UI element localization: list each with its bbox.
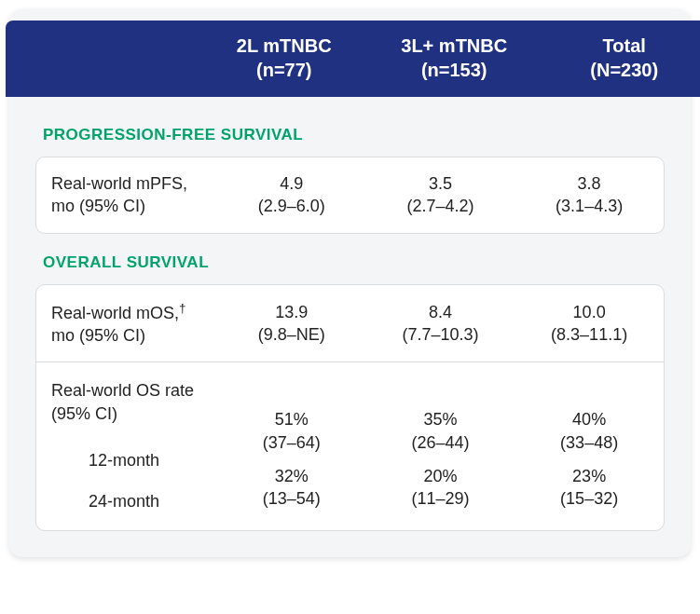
dagger-icon: † — [179, 301, 186, 315]
mpfs-total-val: 3.8 — [520, 172, 658, 195]
os-rate-2l: 51% (37–64) 32% (13–54) — [217, 367, 366, 525]
header-bar-wrap: 2L mTNBC (n=77) 3L+ mTNBC (n=153) Total … — [6, 20, 700, 97]
os-rate-3l-24mo: 20% (11–29) — [372, 465, 510, 511]
header-col-total: Total (N=230) — [539, 20, 700, 97]
header-bar: 2L mTNBC (n=77) 3L+ mTNBC (n=153) Total … — [6, 20, 700, 97]
survival-table-card: 2L mTNBC (n=77) 3L+ mTNBC (n=153) Total … — [9, 9, 691, 557]
pfs-block: Real-world mPFS, mo (95% CI) 4.9 (2.9–6.… — [35, 157, 665, 234]
mpfs-2l-val: 4.9 — [223, 172, 361, 195]
row-os-rate: Real-world OS rate (95% CI) 12-month 24-… — [36, 362, 664, 529]
os-rate-sublabels: 12-month 24-month — [51, 425, 210, 513]
os-rate-12mo-label: 12-month — [89, 430, 210, 471]
mpfs-3l: 3.5 (2.7–4.2) — [366, 157, 515, 233]
mos-2l: 13.9 (9.8–NE) — [217, 286, 366, 362]
mos-2l-ci: (9.8–NE) — [223, 323, 361, 346]
row-mpfs-label: Real-world mPFS, mo (95% CI) — [36, 157, 217, 233]
mos-2l-val: 13.9 — [223, 301, 361, 323]
row-mos-label: Real-world mOS,† mo (95% CI) — [36, 285, 217, 362]
row-mos-label-line1: Real-world mOS,† — [51, 304, 186, 322]
os-rate-label-line1: Real-world OS rate — [51, 381, 194, 400]
mpfs-3l-ci: (2.7–4.2) — [372, 195, 510, 217]
mpfs-2l: 4.9 (2.9–6.0) — [217, 157, 366, 233]
header-col3-line1: Total — [603, 35, 646, 56]
os-rate-total: 40% (33–48) 23% (15–32) — [515, 367, 664, 525]
row-os-rate-label: Real-world OS rate (95% CI) 12-month 24-… — [36, 362, 217, 529]
header-col2-line2: (n=153) — [377, 58, 532, 82]
os-rate-total-24mo: 23% (15–32) — [520, 465, 658, 511]
row-mpfs-label-line2: mo (95% CI) — [51, 195, 210, 217]
section-title-pfs: PROGRESSION-FREE SURVIVAL — [35, 106, 665, 157]
os-rate-24mo-label: 24-month — [89, 471, 210, 512]
header-col1-line2: (n=77) — [206, 58, 362, 82]
mpfs-2l-ci: (2.9–6.0) — [223, 195, 361, 217]
section-title-os: OVERALL SURVIVAL — [35, 234, 665, 284]
header-blank — [6, 20, 199, 97]
mpfs-total-ci: (3.1–4.3) — [520, 195, 658, 217]
os-rate-3l: 35% (26–44) 20% (11–29) — [366, 367, 515, 525]
mos-total-ci: (8.3–11.1) — [520, 323, 658, 346]
mos-3l-ci: (7.7–10.3) — [372, 323, 510, 346]
header-col-3l: 3L+ mTNBC (n=153) — [369, 20, 540, 97]
mos-total: 10.0 (8.3–11.1) — [515, 286, 664, 362]
header-col-2l: 2L mTNBC (n=77) — [199, 20, 369, 97]
header-col2-line1: 3L+ mTNBC — [401, 35, 507, 56]
os-rate-total-12mo: 40% (33–48) — [520, 408, 658, 454]
row-mpfs: Real-world mPFS, mo (95% CI) 4.9 (2.9–6.… — [36, 157, 664, 233]
row-mpfs-label-line1: Real-world mPFS, — [51, 174, 187, 193]
os-rate-2l-24mo: 32% (13–54) — [223, 465, 361, 511]
os-rate-2l-12mo: 51% (37–64) — [223, 408, 361, 454]
mos-3l-val: 8.4 — [372, 301, 510, 323]
table-body: PROGRESSION-FREE SURVIVAL Real-world mPF… — [9, 97, 691, 557]
header-chevron — [693, 20, 700, 97]
mos-total-val: 10.0 — [520, 301, 658, 323]
table-header: 2L mTNBC (n=77) 3L+ mTNBC (n=153) Total … — [6, 9, 700, 97]
mos-3l: 8.4 (7.7–10.3) — [366, 286, 515, 362]
row-mos-label-line2: mo (95% CI) — [51, 324, 210, 347]
header-col3-line2: (N=230) — [546, 58, 700, 82]
mpfs-total: 3.8 (3.1–4.3) — [515, 157, 664, 233]
os-block: Real-world mOS,† mo (95% CI) 13.9 (9.8–N… — [35, 284, 665, 531]
header-col1-line1: 2L mTNBC — [237, 35, 332, 56]
row-mos: Real-world mOS,† mo (95% CI) 13.9 (9.8–N… — [36, 285, 664, 362]
os-rate-3l-12mo: 35% (26–44) — [372, 408, 510, 454]
mpfs-3l-val: 3.5 — [372, 172, 510, 195]
os-rate-label-line2: (95% CI) — [51, 403, 210, 425]
